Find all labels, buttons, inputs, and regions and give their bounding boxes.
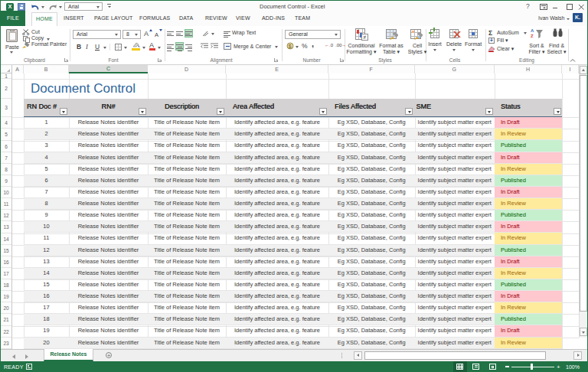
svg-text:$: $ [289,44,292,49]
